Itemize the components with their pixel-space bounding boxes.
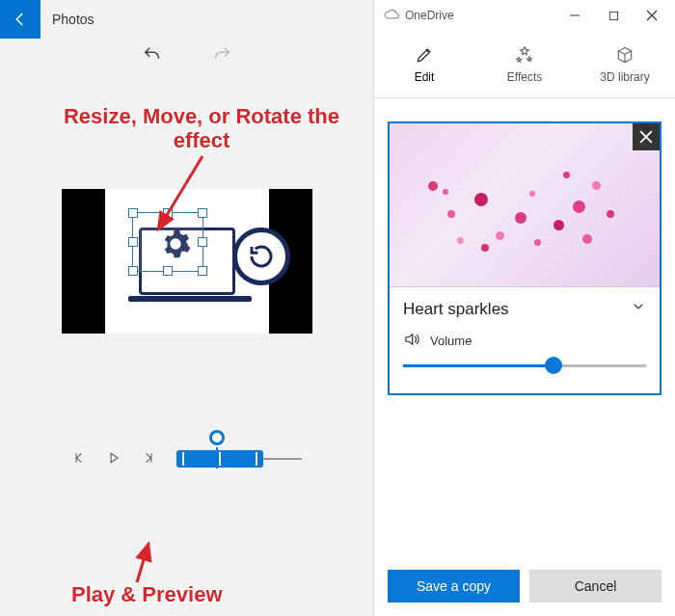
resize-handle[interactable]: [128, 266, 138, 276]
tab-label: 3D library: [600, 70, 649, 84]
tab-label: Edit: [415, 70, 435, 84]
effect-selection[interactable]: [132, 212, 203, 272]
playhead[interactable]: [209, 430, 225, 445]
resize-handle[interactable]: [128, 208, 138, 218]
resize-handle[interactable]: [198, 208, 207, 218]
app-title: Photos: [40, 12, 94, 27]
rotate-handle[interactable]: [232, 228, 290, 285]
svg-rect-0: [609, 12, 617, 19]
slider-fill: [403, 364, 554, 367]
onedrive-icon: [384, 8, 399, 23]
chevron-down-icon: [631, 299, 646, 319]
undo-redo-bar: [0, 44, 373, 68]
minimize-button[interactable]: [555, 2, 594, 29]
timeline-track[interactable]: [176, 449, 302, 469]
tab-3d-library[interactable]: 3D library: [575, 31, 675, 97]
cancel-button[interactable]: Cancel: [529, 570, 662, 603]
preview-area: [0, 78, 373, 616]
undo-button[interactable]: [142, 44, 163, 68]
play-button[interactable]: [107, 451, 121, 468]
side-panel: OneDrive Edit Effects 3D li: [373, 0, 675, 616]
resize-handle[interactable]: [128, 237, 138, 247]
tabs: Edit Effects 3D library: [374, 31, 675, 98]
window-titlebar: OneDrive: [374, 0, 675, 31]
next-frame-button[interactable]: [142, 451, 155, 468]
video-canvas[interactable]: [62, 189, 312, 334]
volume-icon: [403, 331, 420, 351]
effect-clip[interactable]: [176, 450, 263, 468]
close-button[interactable]: [633, 2, 671, 29]
maximize-button[interactable]: [594, 2, 633, 29]
tab-label: Effects: [507, 70, 542, 84]
effect-preview: [390, 123, 660, 287]
slider-thumb[interactable]: [545, 357, 562, 374]
remove-effect-button[interactable]: [633, 123, 660, 150]
resize-handle[interactable]: [163, 266, 173, 276]
window-title: OneDrive: [405, 9, 454, 22]
editor-panel: Photos: [0, 0, 373, 616]
resize-handle[interactable]: [198, 266, 207, 276]
back-button[interactable]: [0, 0, 40, 39]
action-buttons: Save a copy Cancel: [374, 556, 675, 616]
tab-edit[interactable]: Edit: [374, 31, 474, 97]
volume-label: Volume: [430, 334, 472, 348]
effect-card: Heart sparkles Volume: [388, 121, 662, 395]
redo-button[interactable]: [211, 44, 232, 68]
prev-frame-button[interactable]: [72, 451, 86, 468]
save-a-copy-button[interactable]: Save a copy: [388, 570, 520, 603]
effect-name-row[interactable]: Heart sparkles: [390, 287, 660, 327]
effect-name: Heart sparkles: [403, 300, 509, 319]
canvas-content: [105, 189, 269, 334]
tab-effects[interactable]: Effects: [474, 31, 575, 97]
playback-bar: [72, 449, 302, 469]
volume-row: Volume: [390, 327, 660, 357]
volume-slider[interactable]: [403, 357, 646, 374]
left-header: Photos: [0, 0, 373, 39]
resize-handle[interactable]: [198, 237, 207, 247]
resize-handle[interactable]: [163, 208, 173, 218]
